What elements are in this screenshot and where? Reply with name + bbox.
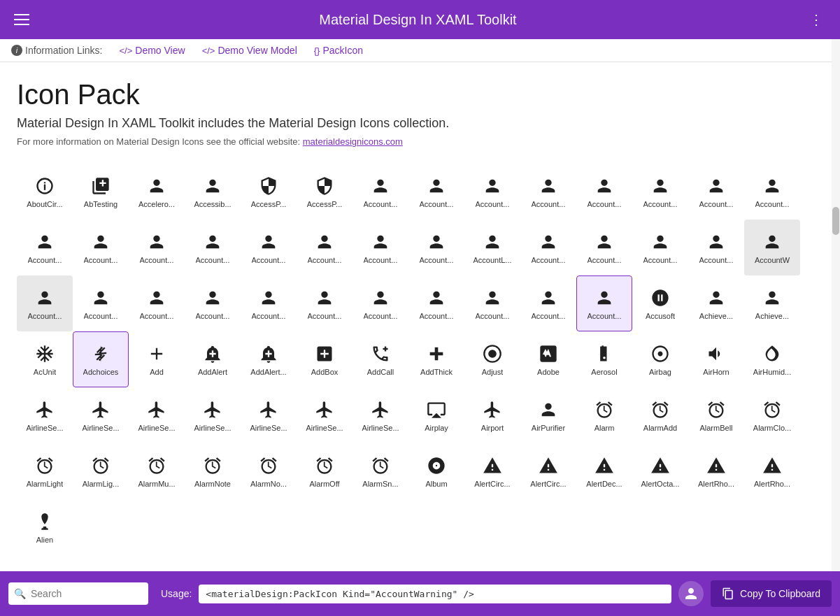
icon-cell-accusoft[interactable]: Accusoft bbox=[632, 275, 688, 331]
copy-to-clipboard-button[interactable]: Copy To Clipboard bbox=[711, 580, 832, 607]
icon-cell-alertcirc1[interactable]: AlertCirc... bbox=[464, 443, 520, 499]
icon-cell-alertocta[interactable]: AlertOcta... bbox=[632, 443, 688, 499]
icon-cell-account4[interactable]: Account... bbox=[520, 164, 576, 220]
icon-cell-airbag[interactable]: Airbag bbox=[632, 331, 688, 387]
icon-cell-addcall[interactable]: AddCall bbox=[353, 331, 408, 387]
icon-cell-airlinese7[interactable]: AirlineSe... bbox=[353, 387, 408, 443]
icon-cell-account22[interactable]: Account... bbox=[17, 275, 73, 331]
icon-cell-alien[interactable]: Alien bbox=[17, 499, 73, 555]
icon-cell-account9[interactable]: Account... bbox=[17, 220, 73, 275]
scrollbar-thumb[interactable] bbox=[832, 207, 839, 235]
icon-account20 bbox=[705, 231, 727, 253]
icon-cell-airpurifier[interactable]: AirPurifier bbox=[520, 387, 576, 443]
icon-cell-account11[interactable]: Account... bbox=[129, 220, 185, 275]
icon-cell-account7[interactable]: Account... bbox=[688, 164, 744, 220]
icon-cell-abtesting[interactable]: AbTesting bbox=[73, 164, 129, 220]
icon-cell-account16[interactable]: Account... bbox=[408, 220, 464, 275]
icon-cell-alertdec[interactable]: AlertDec... bbox=[576, 443, 632, 499]
icon-cell-addalert2[interactable]: AddAlert... bbox=[241, 331, 297, 387]
icon-cell-aerosol[interactable]: Aerosol bbox=[576, 331, 632, 387]
icon-cell-acunit[interactable]: AcUnit bbox=[17, 331, 73, 387]
icon-cell-airlinese2[interactable]: AirlineSe... bbox=[73, 387, 129, 443]
icon-cell-achieve2[interactable]: Achieve... bbox=[744, 275, 800, 331]
icon-cell-airplay[interactable]: Airplay bbox=[408, 387, 464, 443]
icon-cell-alarmlight[interactable]: AlarmLight bbox=[17, 443, 73, 499]
search-input[interactable] bbox=[8, 582, 148, 605]
icon-cell-account1[interactable]: Account... bbox=[353, 164, 408, 220]
icon-cell-alarmbell[interactable]: AlarmBell bbox=[688, 387, 744, 443]
icon-cell-alarmlig2[interactable]: AlarmLig... bbox=[73, 443, 129, 499]
icon-cell-alertcirc2[interactable]: AlertCirc... bbox=[520, 443, 576, 499]
icon-cell-alarmadd[interactable]: AlarmAdd bbox=[632, 387, 688, 443]
icon-cell-account5[interactable]: Account... bbox=[576, 164, 632, 220]
icon-cell-album[interactable]: Album bbox=[408, 443, 464, 499]
icon-cell-airlinese4[interactable]: AirlineSe... bbox=[185, 387, 241, 443]
icon-cell-accessib[interactable]: Accessib... bbox=[185, 164, 241, 220]
icon-cell-accessp2[interactable]: AccessP... bbox=[297, 164, 353, 220]
icon-cell-addbox[interactable]: AddBox bbox=[297, 331, 353, 387]
icon-cell-accessp1[interactable]: AccessP... bbox=[241, 164, 297, 220]
icon-cell-account26[interactable]: Account... bbox=[241, 275, 297, 331]
icon-cell-account6[interactable]: Account... bbox=[632, 164, 688, 220]
material-design-icons-link[interactable]: materialdesignicons.com bbox=[303, 136, 403, 147]
icon-cell-airhumid[interactable]: AirHumid... bbox=[744, 331, 800, 387]
icon-cell-airhorn[interactable]: AirHorn bbox=[688, 331, 744, 387]
icon-cell-account21[interactable]: AccountW bbox=[744, 220, 800, 275]
icon-label-airlinese3: AirlineSe... bbox=[138, 424, 175, 432]
icon-cell-account30[interactable]: Account... bbox=[464, 275, 520, 331]
icon-cell-account8[interactable]: Account... bbox=[744, 164, 800, 220]
icon-cell-achieve1[interactable]: Achieve... bbox=[688, 275, 744, 331]
icon-cell-airlinese3[interactable]: AirlineSe... bbox=[129, 387, 185, 443]
icon-account29 bbox=[425, 287, 448, 309]
icon-cell-account20[interactable]: Account... bbox=[688, 220, 744, 275]
icon-cell-account10[interactable]: Account... bbox=[73, 220, 129, 275]
icon-cell-account25[interactable]: Account... bbox=[185, 275, 241, 331]
icon-cell-alarmsn[interactable]: AlarmSn... bbox=[353, 443, 408, 499]
icon-cell-account19[interactable]: Account... bbox=[632, 220, 688, 275]
icon-cell-add[interactable]: Add bbox=[129, 331, 185, 387]
scrollbar-track[interactable] bbox=[832, 39, 840, 585]
icon-cell-account13[interactable]: Account... bbox=[241, 220, 297, 275]
demo-view-link[interactable]: </> Demo View bbox=[120, 45, 185, 56]
icon-cell-account12[interactable]: Account... bbox=[185, 220, 241, 275]
icon-cell-aboutcir[interactable]: AboutCir... bbox=[17, 164, 73, 220]
icon-alarmclo bbox=[761, 399, 783, 421]
pack-icon-link[interactable]: {} PackIcon bbox=[314, 45, 363, 56]
icon-cell-account14[interactable]: Account... bbox=[297, 220, 353, 275]
more-options-button[interactable]: ⋮ bbox=[804, 6, 829, 34]
icon-cell-account27[interactable]: Account... bbox=[297, 275, 353, 331]
icon-cell-adobe[interactable]: Adobe bbox=[520, 331, 576, 387]
icon-cell-adchoices[interactable]: Adchoices bbox=[73, 331, 129, 387]
icon-cell-alarmclo[interactable]: AlarmClo... bbox=[744, 387, 800, 443]
icon-cell-alarmoff[interactable]: AlarmOff bbox=[297, 443, 353, 499]
icon-cell-account17[interactable]: Account... bbox=[520, 220, 576, 275]
icon-cell-alarmnote[interactable]: AlarmNote bbox=[185, 443, 241, 499]
icon-cell-account18[interactable]: Account... bbox=[576, 220, 632, 275]
icon-cell-accountl[interactable]: AccountL... bbox=[464, 220, 520, 275]
icon-cell-alarmmu[interactable]: AlarmMu... bbox=[129, 443, 185, 499]
account-icon-button[interactable] bbox=[678, 581, 704, 606]
icon-cell-account28[interactable]: Account... bbox=[353, 275, 408, 331]
icon-cell-airport[interactable]: Airport bbox=[464, 387, 520, 443]
icon-cell-alertrho1[interactable]: AlertRho... bbox=[688, 443, 744, 499]
menu-button[interactable] bbox=[11, 11, 32, 28]
icon-cell-account2[interactable]: Account... bbox=[408, 164, 464, 220]
icon-cell-addalert[interactable]: AddAlert bbox=[185, 331, 241, 387]
icon-cell-account24[interactable]: Account... bbox=[129, 275, 185, 331]
icon-cell-addthick[interactable]: AddThick bbox=[408, 331, 464, 387]
icon-cell-account29[interactable]: Account... bbox=[408, 275, 464, 331]
icon-cell-alarm[interactable]: Alarm bbox=[576, 387, 632, 443]
icon-cell-adjust[interactable]: Adjust bbox=[464, 331, 520, 387]
icon-cell-account15[interactable]: Account... bbox=[353, 220, 408, 275]
icon-cell-airlinese1[interactable]: AirlineSe... bbox=[17, 387, 73, 443]
icon-cell-account31[interactable]: Account... bbox=[520, 275, 576, 331]
icon-cell-account32[interactable]: Account... bbox=[576, 275, 632, 331]
icon-cell-airlinese6[interactable]: AirlineSe... bbox=[297, 387, 353, 443]
icon-cell-account3[interactable]: Account... bbox=[464, 164, 520, 220]
demo-view-model-link[interactable]: </> Demo View Model bbox=[202, 45, 297, 56]
icon-cell-accelero[interactable]: Accelero... bbox=[129, 164, 185, 220]
icon-cell-account23[interactable]: Account... bbox=[73, 275, 129, 331]
icon-cell-airlinese5[interactable]: AirlineSe... bbox=[241, 387, 297, 443]
icon-cell-alarmno2[interactable]: AlarmNo... bbox=[241, 443, 297, 499]
icon-cell-alertrho2[interactable]: AlertRho... bbox=[744, 443, 800, 499]
